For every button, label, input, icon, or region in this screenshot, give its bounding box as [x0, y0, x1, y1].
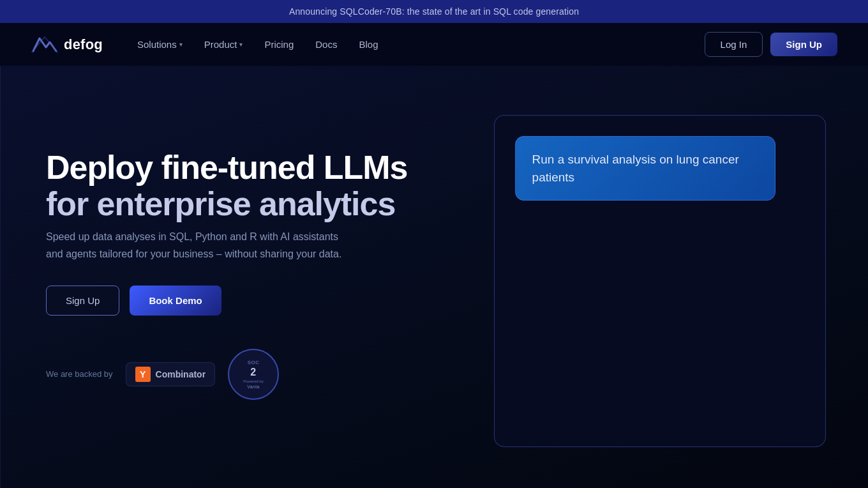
hero-signup-button[interactable]: Sign Up [46, 286, 119, 316]
navbar: defog Solutions ▾ Product ▾ Pricing Docs… [0, 23, 868, 66]
hero-left: Deploy fine-tuned LLMs for enterprise an… [0, 66, 451, 488]
soc2-powered-text: Powered by [243, 379, 264, 383]
nav-link-docs-label: Docs [315, 39, 337, 50]
backed-section: We are backed by Y Combinator SOC 2 Powe… [46, 349, 421, 400]
nav-link-product[interactable]: Product ▾ [195, 34, 252, 55]
hero-subtext: Speed up data analyses in SQL, Python an… [46, 228, 352, 263]
nav-link-blog[interactable]: Blog [350, 34, 387, 55]
solutions-chevron-icon: ▾ [179, 41, 183, 48]
hero-demo-button[interactable]: Book Demo [130, 286, 221, 316]
soc2-circle: SOC 2 Powered by Vanta [228, 349, 279, 400]
yc-text: Combinator [156, 369, 206, 379]
announcement-bar: Announcing SQLCoder-70B: the state of th… [0, 0, 868, 23]
yc-badge: Y Combinator [126, 362, 216, 386]
hero-right: Run a survival analysis on lung cancer p… [451, 66, 868, 488]
nav-link-pricing[interactable]: Pricing [255, 34, 303, 55]
hero-heading: Deploy fine-tuned LLMs for enterprise an… [46, 149, 421, 222]
hero-heading-line2: for enterprise analytics [46, 186, 421, 222]
nav-right: Log In Sign Up [705, 32, 837, 57]
nav-links: Solutions ▾ Product ▾ Pricing Docs Blog [128, 34, 387, 55]
nav-link-pricing-label: Pricing [264, 39, 294, 50]
logo-icon [31, 33, 59, 56]
nav-link-product-label: Product [204, 39, 237, 50]
backed-label: We are backed by [46, 369, 113, 379]
hero-heading-line1: Deploy fine-tuned LLMs [46, 149, 421, 186]
nav-link-solutions[interactable]: Solutions ▾ [128, 34, 191, 55]
soc2-brand-text: Vanta [247, 385, 260, 389]
logo-link[interactable]: defog [31, 33, 103, 56]
hero-section: Deploy fine-tuned LLMs for enterprise an… [0, 66, 868, 488]
yc-icon: Y [135, 367, 151, 382]
nav-link-blog-label: Blog [359, 39, 378, 50]
soc2-main-text: 2 [250, 367, 257, 378]
chat-message: Run a survival analysis on lung cancer p… [515, 136, 776, 201]
product-chevron-icon: ▾ [239, 41, 243, 48]
chat-card: Run a survival analysis on lung cancer p… [494, 115, 826, 447]
nav-link-solutions-label: Solutions [137, 39, 177, 50]
soc2-badge: SOC 2 Powered by Vanta [228, 349, 279, 400]
hero-buttons: Sign Up Book Demo [46, 286, 421, 316]
soc2-top-text: SOC [248, 360, 260, 365]
nav-link-docs[interactable]: Docs [306, 34, 346, 55]
announcement-text: Announcing SQLCoder-70B: the state of th… [289, 6, 579, 17]
logo-text: defog [64, 36, 103, 53]
nav-left: defog Solutions ▾ Product ▾ Pricing Docs… [31, 33, 387, 56]
signup-button[interactable]: Sign Up [770, 33, 837, 56]
login-button[interactable]: Log In [705, 32, 763, 57]
